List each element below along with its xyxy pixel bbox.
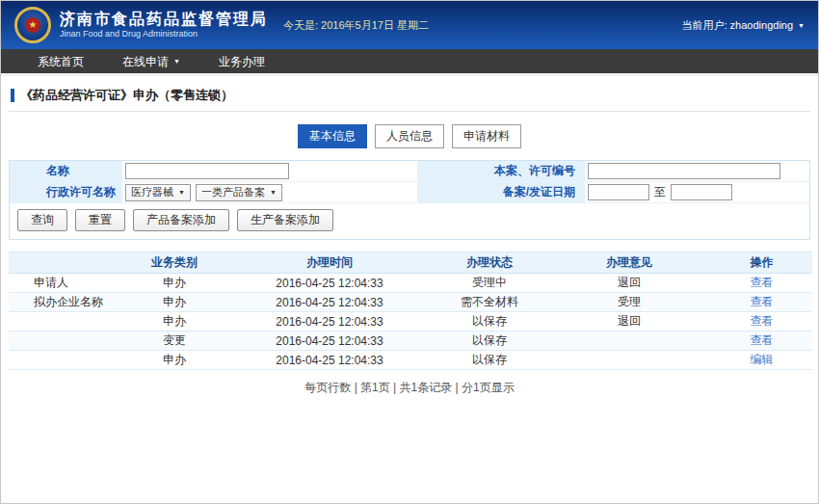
row-status: 以保存 [432, 351, 547, 370]
view-link[interactable]: 查看 [751, 276, 774, 289]
nav-item-home-label: 系统首页 [38, 48, 84, 75]
table-row: 变更 2016-04-25 12:04:33 以保存 查看 [9, 332, 812, 351]
license-name-field-cell: 医疗器械 ▼ 一类产品备案 ▼ [122, 182, 417, 203]
date-from-input[interactable] [588, 184, 649, 200]
org-name-cn: 济南市食品药品监督管理局 [60, 11, 268, 28]
row-time: 2016-04-25 12:04:33 [227, 293, 432, 312]
name-field-label: 名称 [10, 161, 122, 182]
row-time: 2016-04-25 12:04:33 [227, 312, 432, 332]
row-name [9, 312, 121, 332]
date-to-label: 至 [654, 184, 666, 200]
reset-button[interactable]: 重置 [75, 209, 125, 231]
row-opinion: 退回 [547, 312, 711, 332]
row-time: 2016-04-25 12:04:33 [227, 274, 432, 293]
search-form: 名称 本案、许可编号 行政许可名称 医疗器械 ▼ 一类产品备案 ▼ 备案/发证 [10, 161, 809, 203]
page-title: 《药品经营许可证》申办（零售连锁） [20, 87, 233, 104]
row-opinion: 退回 [547, 274, 711, 293]
row-name [9, 332, 121, 351]
search-buttons-row: 查询 重置 产品备案添加 生产备案添加 [10, 203, 809, 239]
date-to-input[interactable] [671, 184, 732, 200]
col-header-action: 操作 [711, 252, 812, 274]
name-field-cell [122, 161, 417, 182]
row-opinion [547, 351, 711, 370]
row-name [9, 351, 121, 370]
search-panel: 名称 本案、许可编号 行政许可名称 医疗器械 ▼ 一类产品备案 ▼ 备案/发证 [9, 160, 810, 240]
row-name: 拟办企业名称 [9, 293, 121, 312]
edit-link[interactable]: 编辑 [751, 353, 774, 366]
license-type-select-value: 医疗器械 [131, 185, 173, 199]
nav-item-business-label: 业务办理 [219, 48, 265, 75]
row-status: 受理中 [432, 274, 547, 293]
tab-bar: 基本信息 人员信息 申请材料 [1, 124, 818, 148]
row-status: 以保存 [432, 312, 547, 332]
col-header-blank [9, 252, 121, 274]
chevron-down-icon: ▼ [178, 189, 185, 196]
row-opinion: 受理 [547, 293, 711, 312]
title-divider [9, 111, 810, 112]
table-row: 申办 2016-04-25 12:04:33 以保存 退回 查看 [9, 312, 812, 332]
current-date-text: 今天是: 2016年5月17日 星期二 [283, 18, 429, 33]
app-window: ★ 济南市食品药品监督管理局 Jinan Food and Drug Admin… [0, 0, 819, 504]
current-user-label: 当前用户: zhaodingding [682, 18, 794, 33]
col-header-opinion: 办理意见 [547, 252, 711, 274]
view-link[interactable]: 查看 [751, 333, 774, 347]
view-link[interactable]: 查看 [751, 295, 774, 308]
org-name-block: 济南市食品药品监督管理局 Jinan Food and Drug Adminis… [60, 11, 268, 39]
nav-item-online-apply-label: 在线申请 [122, 48, 169, 75]
table-row: 申请人 申办 2016-04-25 12:04:33 受理中 退回 查看 [9, 274, 812, 293]
product-class-select[interactable]: 一类产品备案 ▼ [196, 184, 282, 201]
page-title-row: 《药品经营许可证》申办（零售连锁） [11, 87, 818, 104]
case-no-input[interactable] [588, 163, 780, 179]
row-status: 以保存 [432, 332, 547, 351]
nav-item-online-apply[interactable]: 在线申请 ▼ [103, 48, 199, 75]
row-category: 申办 [121, 274, 227, 293]
name-input[interactable] [125, 163, 289, 179]
col-header-category: 业务类别 [121, 252, 227, 274]
view-link[interactable]: 查看 [751, 314, 774, 328]
case-no-field-cell [585, 161, 809, 182]
row-opinion [547, 332, 711, 351]
header: ★ 济南市食品药品监督管理局 Jinan Food and Drug Admin… [1, 1, 818, 49]
date-field-label: 备案/发证日期 [417, 182, 585, 203]
results-table: 业务类别 办理时间 办理状态 办理意见 操作 申请人 申办 2016-04-25… [9, 252, 812, 370]
license-type-select[interactable]: 医疗器械 ▼ [125, 184, 191, 201]
tab-personnel-info[interactable]: 人员信息 [375, 124, 444, 148]
nav-item-business[interactable]: 业务办理 [199, 48, 284, 75]
row-category: 申办 [121, 293, 227, 312]
query-button[interactable]: 查询 [17, 209, 67, 231]
production-filing-add-button[interactable]: 生产备案添加 [237, 209, 333, 231]
title-accent-bar [11, 89, 14, 102]
row-status: 需不全材料 [432, 293, 547, 312]
tab-application-materials[interactable]: 申请材料 [452, 124, 521, 148]
license-name-field-label: 行政许可名称 [10, 182, 122, 203]
row-category: 申办 [121, 312, 227, 332]
row-time: 2016-04-25 12:04:33 [227, 332, 432, 351]
product-filing-add-button[interactable]: 产品备案添加 [133, 209, 229, 231]
tab-basic-info[interactable]: 基本信息 [298, 124, 367, 148]
row-time: 2016-04-25 12:04:33 [227, 351, 432, 370]
table-row: 拟办企业名称 申办 2016-04-25 12:04:33 需不全材料 受理 查… [9, 293, 812, 312]
chevron-down-icon: ▼ [173, 58, 180, 65]
current-user-menu[interactable]: 当前用户: zhaodingding ▼ [682, 18, 806, 33]
row-category: 变更 [121, 332, 227, 351]
case-no-field-label: 本案、许可编号 [417, 161, 585, 182]
main-nav: 系统首页 在线申请 ▼ 业务办理 [1, 49, 818, 76]
row-category: 申办 [121, 351, 227, 370]
agency-emblem-logo: ★ [14, 7, 51, 43]
org-name-en: Jinan Food and Drug Administration [60, 30, 268, 40]
chevron-down-icon: ▼ [270, 189, 277, 196]
nav-item-home[interactable]: 系统首页 [18, 48, 103, 75]
col-header-time: 办理时间 [227, 252, 432, 274]
emblem-star-icon: ★ [25, 17, 40, 33]
col-header-status: 办理状态 [432, 252, 547, 274]
product-class-select-value: 一类产品备案 [201, 185, 265, 199]
table-row: 申办 2016-04-25 12:04:33 以保存 编辑 [9, 351, 812, 370]
pagination-bar[interactable]: 每页行数 | 第1页 | 共1条记录 | 分1页显示 [1, 380, 818, 396]
chevron-down-icon: ▼ [798, 22, 805, 29]
date-field-cell: 至 [585, 182, 809, 203]
table-header-row: 业务类别 办理时间 办理状态 办理意见 操作 [9, 252, 812, 274]
row-name: 申请人 [9, 274, 121, 293]
